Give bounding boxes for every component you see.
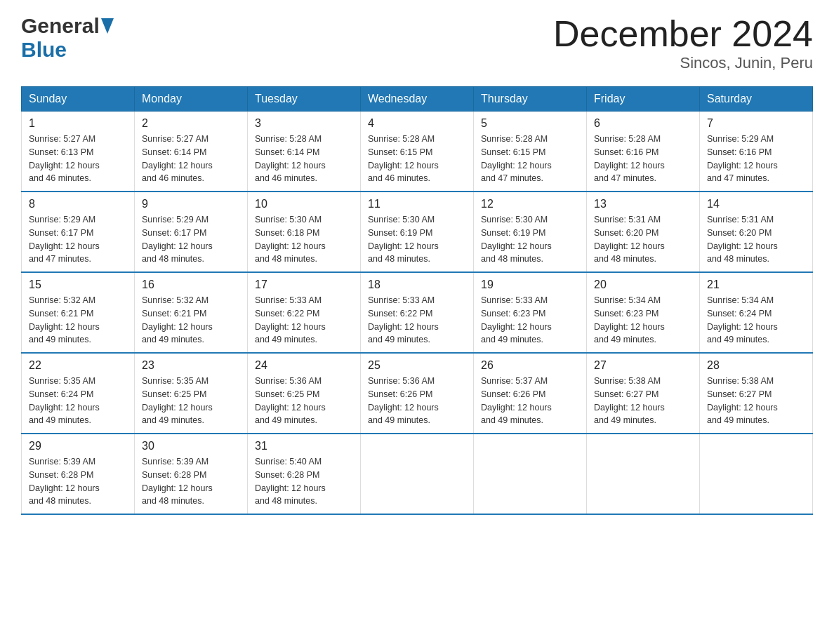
calendar-cell: 27Sunrise: 5:38 AM Sunset: 6:27 PM Dayli… bbox=[587, 353, 700, 434]
svg-marker-0 bbox=[101, 18, 114, 34]
day-info: Sunrise: 5:39 AM Sunset: 6:28 PM Dayligh… bbox=[29, 455, 127, 508]
header-wednesday: Wednesday bbox=[361, 87, 474, 112]
day-info: Sunrise: 5:30 AM Sunset: 6:18 PM Dayligh… bbox=[255, 213, 353, 266]
day-number: 17 bbox=[255, 279, 353, 291]
day-info: Sunrise: 5:32 AM Sunset: 6:21 PM Dayligh… bbox=[142, 294, 240, 347]
calendar-cell: 22Sunrise: 5:35 AM Sunset: 6:24 PM Dayli… bbox=[22, 353, 135, 434]
calendar-cell: 26Sunrise: 5:37 AM Sunset: 6:26 PM Dayli… bbox=[474, 353, 587, 434]
day-number: 24 bbox=[255, 359, 353, 372]
calendar-cell: 6Sunrise: 5:28 AM Sunset: 6:16 PM Daylig… bbox=[587, 112, 700, 192]
day-info: Sunrise: 5:28 AM Sunset: 6:15 PM Dayligh… bbox=[368, 133, 466, 185]
calendar-cell: 1Sunrise: 5:27 AM Sunset: 6:13 PM Daylig… bbox=[22, 112, 135, 192]
calendar-subtitle: Sincos, Junin, Peru bbox=[553, 54, 813, 72]
day-info: Sunrise: 5:28 AM Sunset: 6:16 PM Dayligh… bbox=[594, 133, 692, 185]
calendar-cell: 21Sunrise: 5:34 AM Sunset: 6:24 PM Dayli… bbox=[700, 272, 813, 353]
day-info: Sunrise: 5:29 AM Sunset: 6:16 PM Dayligh… bbox=[707, 133, 805, 185]
day-number: 31 bbox=[255, 440, 353, 452]
day-info: Sunrise: 5:28 AM Sunset: 6:15 PM Dayligh… bbox=[481, 133, 579, 185]
day-number: 1 bbox=[29, 117, 127, 130]
title-block: December 2024 Sincos, Junin, Peru bbox=[553, 14, 813, 72]
calendar-cell: 25Sunrise: 5:36 AM Sunset: 6:26 PM Dayli… bbox=[361, 353, 474, 434]
calendar-week-row: 8Sunrise: 5:29 AM Sunset: 6:17 PM Daylig… bbox=[22, 192, 813, 272]
day-number: 4 bbox=[368, 117, 466, 130]
day-number: 20 bbox=[594, 279, 692, 291]
day-info: Sunrise: 5:30 AM Sunset: 6:19 PM Dayligh… bbox=[481, 213, 579, 266]
calendar-cell: 13Sunrise: 5:31 AM Sunset: 6:20 PM Dayli… bbox=[587, 192, 700, 272]
day-number: 3 bbox=[255, 117, 353, 130]
calendar-cell: 11Sunrise: 5:30 AM Sunset: 6:19 PM Dayli… bbox=[361, 192, 474, 272]
calendar-cell: 31Sunrise: 5:40 AM Sunset: 6:28 PM Dayli… bbox=[248, 434, 361, 514]
day-info: Sunrise: 5:34 AM Sunset: 6:23 PM Dayligh… bbox=[594, 294, 692, 347]
day-info: Sunrise: 5:38 AM Sunset: 6:27 PM Dayligh… bbox=[594, 375, 692, 427]
calendar-cell: 24Sunrise: 5:36 AM Sunset: 6:25 PM Dayli… bbox=[248, 353, 361, 434]
day-info: Sunrise: 5:38 AM Sunset: 6:27 PM Dayligh… bbox=[707, 375, 805, 427]
day-info: Sunrise: 5:36 AM Sunset: 6:26 PM Dayligh… bbox=[368, 375, 466, 427]
header-thursday: Thursday bbox=[474, 87, 587, 112]
day-number: 22 bbox=[29, 359, 127, 372]
day-number: 28 bbox=[707, 359, 805, 372]
calendar-cell: 18Sunrise: 5:33 AM Sunset: 6:22 PM Dayli… bbox=[361, 272, 474, 353]
calendar-cell bbox=[361, 434, 474, 514]
calendar-title: December 2024 bbox=[553, 14, 813, 54]
day-number: 10 bbox=[255, 198, 353, 210]
day-info: Sunrise: 5:31 AM Sunset: 6:20 PM Dayligh… bbox=[707, 213, 805, 266]
calendar-cell bbox=[587, 434, 700, 514]
day-info: Sunrise: 5:33 AM Sunset: 6:22 PM Dayligh… bbox=[368, 294, 466, 347]
page-header: General Blue December 2024 Sincos, Junin… bbox=[21, 14, 813, 72]
logo-blue-text: Blue bbox=[21, 38, 67, 61]
calendar-table: SundayMondayTuesdayWednesdayThursdayFrid… bbox=[21, 86, 813, 515]
calendar-cell: 15Sunrise: 5:32 AM Sunset: 6:21 PM Dayli… bbox=[22, 272, 135, 353]
calendar-cell: 7Sunrise: 5:29 AM Sunset: 6:16 PM Daylig… bbox=[700, 112, 813, 192]
day-info: Sunrise: 5:29 AM Sunset: 6:17 PM Dayligh… bbox=[142, 213, 240, 266]
day-number: 5 bbox=[481, 117, 579, 130]
calendar-cell: 4Sunrise: 5:28 AM Sunset: 6:15 PM Daylig… bbox=[361, 112, 474, 192]
day-info: Sunrise: 5:28 AM Sunset: 6:14 PM Dayligh… bbox=[255, 133, 353, 185]
day-number: 2 bbox=[142, 117, 240, 130]
day-number: 30 bbox=[142, 440, 240, 452]
calendar-cell: 14Sunrise: 5:31 AM Sunset: 6:20 PM Dayli… bbox=[700, 192, 813, 272]
calendar-cell: 28Sunrise: 5:38 AM Sunset: 6:27 PM Dayli… bbox=[700, 353, 813, 434]
day-info: Sunrise: 5:37 AM Sunset: 6:26 PM Dayligh… bbox=[481, 375, 579, 427]
calendar-cell: 30Sunrise: 5:39 AM Sunset: 6:28 PM Dayli… bbox=[135, 434, 248, 514]
calendar-cell: 29Sunrise: 5:39 AM Sunset: 6:28 PM Dayli… bbox=[22, 434, 135, 514]
calendar-cell: 3Sunrise: 5:28 AM Sunset: 6:14 PM Daylig… bbox=[248, 112, 361, 192]
calendar-cell bbox=[700, 434, 813, 514]
day-number: 21 bbox=[707, 279, 805, 291]
day-info: Sunrise: 5:34 AM Sunset: 6:24 PM Dayligh… bbox=[707, 294, 805, 347]
day-info: Sunrise: 5:32 AM Sunset: 6:21 PM Dayligh… bbox=[29, 294, 127, 347]
calendar-cell: 9Sunrise: 5:29 AM Sunset: 6:17 PM Daylig… bbox=[135, 192, 248, 272]
day-info: Sunrise: 5:39 AM Sunset: 6:28 PM Dayligh… bbox=[142, 455, 240, 508]
day-number: 18 bbox=[368, 279, 466, 291]
day-info: Sunrise: 5:40 AM Sunset: 6:28 PM Dayligh… bbox=[255, 455, 353, 508]
calendar-cell: 19Sunrise: 5:33 AM Sunset: 6:23 PM Dayli… bbox=[474, 272, 587, 353]
calendar-cell: 8Sunrise: 5:29 AM Sunset: 6:17 PM Daylig… bbox=[22, 192, 135, 272]
calendar-week-row: 1Sunrise: 5:27 AM Sunset: 6:13 PM Daylig… bbox=[22, 112, 813, 192]
calendar-cell: 20Sunrise: 5:34 AM Sunset: 6:23 PM Dayli… bbox=[587, 272, 700, 353]
day-info: Sunrise: 5:27 AM Sunset: 6:14 PM Dayligh… bbox=[142, 133, 240, 185]
day-number: 13 bbox=[594, 198, 692, 210]
calendar-week-row: 29Sunrise: 5:39 AM Sunset: 6:28 PM Dayli… bbox=[22, 434, 813, 514]
day-number: 19 bbox=[481, 279, 579, 291]
day-number: 14 bbox=[707, 198, 805, 210]
calendar-cell: 17Sunrise: 5:33 AM Sunset: 6:22 PM Dayli… bbox=[248, 272, 361, 353]
day-number: 29 bbox=[29, 440, 127, 452]
day-number: 15 bbox=[29, 279, 127, 291]
day-info: Sunrise: 5:29 AM Sunset: 6:17 PM Dayligh… bbox=[29, 213, 127, 266]
calendar-cell: 23Sunrise: 5:35 AM Sunset: 6:25 PM Dayli… bbox=[135, 353, 248, 434]
day-number: 8 bbox=[29, 198, 127, 210]
day-number: 25 bbox=[368, 359, 466, 372]
calendar-cell: 12Sunrise: 5:30 AM Sunset: 6:19 PM Dayli… bbox=[474, 192, 587, 272]
logo-general-text: General bbox=[21, 14, 100, 38]
calendar-cell bbox=[474, 434, 587, 514]
header-tuesday: Tuesday bbox=[248, 87, 361, 112]
day-number: 23 bbox=[142, 359, 240, 372]
day-info: Sunrise: 5:36 AM Sunset: 6:25 PM Dayligh… bbox=[255, 375, 353, 427]
calendar-week-row: 15Sunrise: 5:32 AM Sunset: 6:21 PM Dayli… bbox=[22, 272, 813, 353]
logo-arrow-icon bbox=[101, 18, 114, 34]
day-number: 7 bbox=[707, 117, 805, 130]
calendar-cell: 16Sunrise: 5:32 AM Sunset: 6:21 PM Dayli… bbox=[135, 272, 248, 353]
calendar-cell: 10Sunrise: 5:30 AM Sunset: 6:18 PM Dayli… bbox=[248, 192, 361, 272]
header-saturday: Saturday bbox=[700, 87, 813, 112]
day-number: 26 bbox=[481, 359, 579, 372]
day-info: Sunrise: 5:33 AM Sunset: 6:22 PM Dayligh… bbox=[255, 294, 353, 347]
